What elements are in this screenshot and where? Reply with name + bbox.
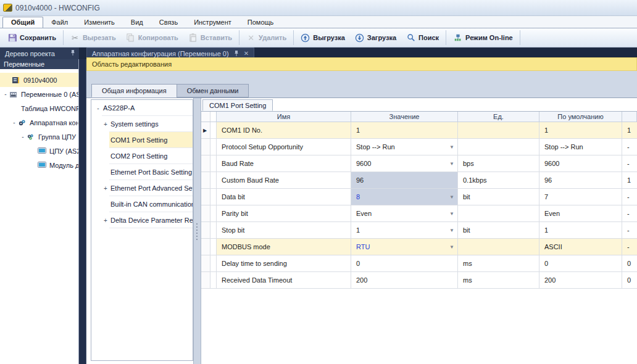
table-row[interactable]: Baud Rate 9600▼ bps 9600 - bbox=[201, 155, 637, 172]
param-extra: - bbox=[622, 205, 637, 221]
tree-item-system-settings[interactable]: + System settings bbox=[91, 116, 193, 132]
menu-help[interactable]: Помощь bbox=[239, 17, 282, 28]
table-row[interactable]: Received Data Timeout 200 ms 200 0 bbox=[201, 272, 637, 289]
row-gap-cell bbox=[210, 239, 217, 255]
table-row[interactable]: MODBUS mode RTU▼ ASCII - bbox=[201, 239, 637, 255]
sidebar-item-hwconfig-table[interactable]: Таблица HWCONFIG bbox=[0, 101, 78, 115]
table-row[interactable]: Delay time to sending 0 ms 0 0 bbox=[201, 255, 637, 272]
column-header-value[interactable]: Значение bbox=[351, 112, 458, 122]
param-default: 0 bbox=[539, 255, 622, 271]
delete-button[interactable]: ✕ Удалить bbox=[241, 31, 291, 45]
chevron-down-icon[interactable]: ▼ bbox=[449, 144, 454, 150]
param-value-selected[interactable]: 96 bbox=[351, 172, 458, 188]
param-name: MODBUS mode bbox=[217, 239, 351, 255]
tree-item-com1-port-setting[interactable]: COM1 Port Setting bbox=[91, 132, 193, 148]
paste-button[interactable]: Вставить bbox=[183, 31, 237, 45]
panel-splitter[interactable] bbox=[193, 98, 201, 364]
collapse-icon[interactable]: - bbox=[2, 91, 9, 97]
chevron-down-icon[interactable]: ▼ bbox=[449, 211, 454, 217]
param-name: COM1 ID No. bbox=[217, 122, 351, 138]
toolbar: Сохранить ✂ Вырезать Копировать Вставить… bbox=[0, 28, 637, 48]
param-value-dropdown[interactable]: Even▼ bbox=[351, 205, 458, 221]
tree-item-builtin-can[interactable]: Built-in CAN communication bbox=[91, 196, 193, 212]
table-row[interactable]: ▶ COM1 ID No. 1 1 1 bbox=[201, 122, 637, 139]
column-header-unit[interactable]: Ед. bbox=[458, 112, 539, 122]
chevron-down-icon[interactable]: ▼ bbox=[449, 228, 454, 233]
row-marker-cell bbox=[201, 255, 210, 271]
menu-communication[interactable]: Связь bbox=[151, 17, 186, 28]
row-gap-cell bbox=[210, 205, 217, 221]
collapse-icon[interactable]: - bbox=[11, 119, 17, 126]
column-header-name[interactable]: Имя bbox=[217, 112, 351, 122]
param-value[interactable]: 200 bbox=[351, 272, 458, 288]
tab-data-exchange[interactable]: Обмен данными bbox=[177, 84, 249, 97]
param-value-dropdown[interactable]: Stop --> Run▼ bbox=[351, 139, 458, 155]
param-value[interactable]: 1 bbox=[351, 122, 458, 138]
value-text: 9600 bbox=[356, 160, 371, 167]
tree-item-com2-port-setting[interactable]: COM2 Port Setting bbox=[91, 148, 193, 164]
table-row[interactable]: Data bit 8▼ bit 7 - bbox=[201, 189, 637, 205]
sidebar-item-discrete-module[interactable]: Модуль диск. bbox=[0, 158, 78, 172]
table-row[interactable]: Protocol Setup Opportunity Stop --> Run▼… bbox=[201, 139, 637, 155]
expand-icon[interactable]: + bbox=[102, 185, 109, 192]
column-header-extra[interactable] bbox=[622, 112, 637, 122]
close-icon[interactable]: ✕ bbox=[244, 51, 249, 57]
download-button[interactable]: Загрузка bbox=[350, 31, 401, 45]
upload-button[interactable]: Выгрузка bbox=[296, 31, 350, 45]
tab-com1-port-setting[interactable]: COM1 Port Setting bbox=[202, 99, 273, 111]
tree-item-ethernet-basic[interactable]: Ethernet Port Basic Setting bbox=[91, 164, 193, 180]
tree-root-as228p[interactable]: - AS228P-A bbox=[91, 100, 193, 116]
param-extra: - bbox=[622, 139, 637, 155]
table-row[interactable]: Stop bit 1▼ bit 1 - bbox=[201, 222, 637, 239]
menu-edit[interactable]: Изменить bbox=[76, 17, 123, 28]
value-text: Even bbox=[356, 210, 372, 217]
menu-tools[interactable]: Инструмент bbox=[186, 17, 239, 28]
row-gap-cell bbox=[210, 139, 217, 155]
param-value-dropdown[interactable]: 1▼ bbox=[351, 222, 458, 238]
sidebar-item-cpu-group[interactable]: - Группа ЦПУ bbox=[0, 130, 78, 144]
collapse-icon[interactable]: - bbox=[94, 105, 102, 112]
menu-bar: Общий Файл Изменить Вид Связь Инструмент… bbox=[0, 16, 637, 28]
chevron-down-icon[interactable]: ▼ bbox=[449, 161, 454, 167]
cut-button[interactable]: ✂ Вырезать bbox=[65, 31, 121, 45]
table-row[interactable]: Parity bit Even▼ Even - bbox=[201, 205, 637, 222]
row-marker-cell bbox=[201, 139, 210, 155]
menu-view[interactable]: Вид bbox=[123, 17, 151, 28]
pin-icon[interactable] bbox=[70, 50, 75, 57]
chevron-down-icon[interactable]: ▼ bbox=[449, 244, 454, 250]
expand-icon[interactable]: + bbox=[102, 121, 109, 128]
chevron-down-icon[interactable]: ▼ bbox=[449, 194, 454, 200]
value-text: RTU bbox=[356, 243, 370, 250]
param-default: 9600 bbox=[539, 155, 622, 172]
save-label: Сохранить bbox=[20, 34, 56, 41]
copy-button[interactable]: Копировать bbox=[121, 31, 183, 45]
tree-item-label: System settings bbox=[109, 116, 193, 132]
column-header-default[interactable]: По умолчанию bbox=[539, 112, 622, 122]
sidebar-group-variables[interactable]: Переменные bbox=[0, 59, 78, 69]
row-gap-cell bbox=[210, 155, 217, 172]
project-tree-panel: Переменные 0910v4000 - Переменные 0 (AS2… bbox=[0, 59, 79, 364]
table-row[interactable]: Custom Baud Rate 96 0.1kbps 96 1 bbox=[201, 172, 637, 189]
collapse-icon[interactable]: - bbox=[20, 133, 26, 140]
param-value-dropdown[interactable]: 9600▼ bbox=[351, 155, 458, 172]
sidebar-item-hardware-config[interactable]: - Аппаратная конфигу bbox=[0, 115, 78, 130]
pin-icon[interactable] bbox=[234, 51, 239, 57]
sidebar-item-cpu[interactable]: ЦПУ (AS228P bbox=[0, 144, 78, 158]
tab-general-information[interactable]: Общая информация bbox=[91, 84, 177, 97]
param-value-dropdown-selected[interactable]: 8▼ bbox=[351, 189, 458, 205]
search-button[interactable]: Поиск bbox=[401, 31, 444, 45]
module-icon bbox=[37, 162, 46, 169]
tree-item-ethernet-advanced[interactable]: + Ethernet Port Advanced Setting bbox=[91, 180, 193, 196]
param-value-dropdown[interactable]: RTU▼ bbox=[351, 239, 458, 255]
menu-file[interactable]: Файл bbox=[43, 17, 76, 28]
param-value[interactable]: 0 bbox=[351, 255, 458, 271]
delete-label: Удалить bbox=[259, 34, 286, 41]
sidebar-item-project[interactable]: 0910v4000 bbox=[0, 73, 78, 87]
online-mode-button[interactable]: Режим On-line bbox=[448, 31, 518, 45]
save-button[interactable]: Сохранить bbox=[2, 31, 61, 45]
expand-icon[interactable]: + bbox=[102, 217, 109, 224]
tree-item-delta-restore[interactable]: + Delta Device Parameter Restore ... bbox=[91, 212, 193, 228]
sidebar-splitter[interactable] bbox=[79, 59, 86, 364]
sidebar-item-variables-0[interactable]: - Переменные 0 (AS228P- bbox=[0, 87, 78, 101]
menu-obshchiy[interactable]: Общий bbox=[2, 17, 43, 28]
